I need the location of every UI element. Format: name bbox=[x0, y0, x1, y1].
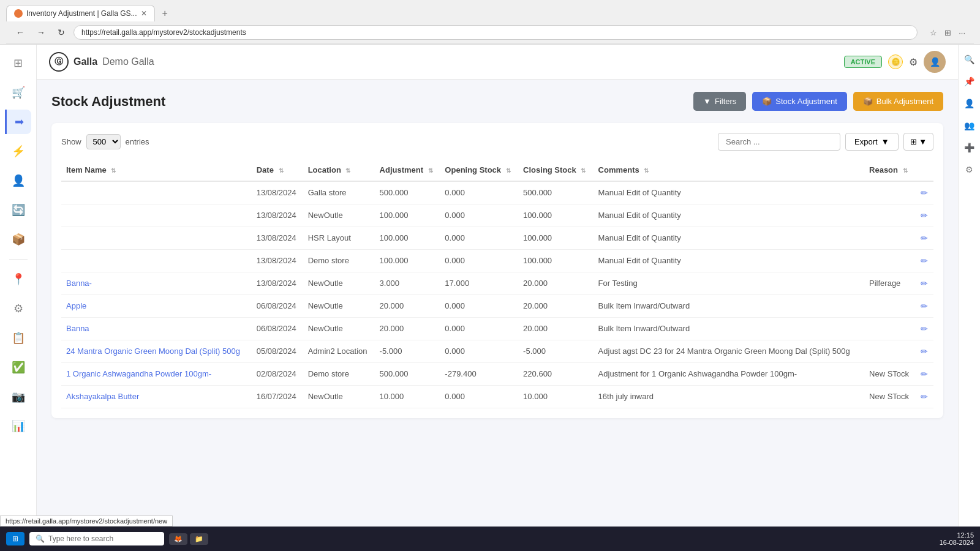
sidebar-item-orders[interactable]: 🛒 bbox=[6, 80, 31, 105]
more-button[interactable]: ··· bbox=[956, 27, 968, 39]
sidebar-item-locations[interactable]: 📍 bbox=[6, 267, 31, 291]
taskbar-search-icon: 🔍 bbox=[36, 534, 45, 543]
sidebar-item-analytics[interactable]: 📊 bbox=[6, 414, 31, 438]
sidebar-item-reports[interactable]: 📋 bbox=[6, 326, 31, 350]
table-toolbar: Show 500 100 50 25 10 entries bbox=[61, 133, 933, 151]
cell-location: Demo store bbox=[303, 363, 375, 386]
col-closing-stock[interactable]: Closing Stock ⇅ bbox=[518, 159, 594, 181]
cell-date: 06/08/2024 bbox=[252, 295, 303, 318]
edit-icon[interactable]: ✏ bbox=[921, 256, 928, 266]
col-comments[interactable]: Comments ⇅ bbox=[594, 159, 864, 181]
forward-button[interactable]: → bbox=[33, 26, 49, 39]
sort-icon-adjustment: ⇅ bbox=[428, 167, 433, 174]
taskbar-datetime: 12:15 16-08-2024 bbox=[940, 531, 974, 546]
search-input[interactable] bbox=[718, 133, 840, 151]
address-bar[interactable] bbox=[74, 25, 918, 40]
sidebar-item-stock-adjustment[interactable]: ➡ bbox=[5, 110, 31, 134]
taskbar: ⊞ 🔍 Type here to search 🦊 📁 12:15 16-08-… bbox=[0, 527, 980, 551]
edit-icon[interactable]: ✏ bbox=[921, 211, 928, 220]
sort-icon-item: ⇅ bbox=[111, 167, 116, 174]
edit-icon[interactable]: ✏ bbox=[921, 188, 928, 198]
cell-edit[interactable]: ✏ bbox=[916, 204, 933, 227]
cell-location: NewOutle bbox=[303, 204, 375, 227]
stock-table: Item Name ⇅ Date ⇅ Location ⇅ Adjustment… bbox=[61, 159, 933, 408]
cell-adjustment: 20.000 bbox=[375, 295, 440, 318]
right-panel-user[interactable]: 👤 bbox=[961, 95, 978, 112]
sidebar-item-tasks[interactable]: ✅ bbox=[6, 355, 31, 380]
extensions-button[interactable]: ⊞ bbox=[942, 27, 954, 39]
right-panel-user2[interactable]: 👥 bbox=[961, 117, 978, 134]
cell-location: NewOutle bbox=[303, 272, 375, 295]
bookmark-button[interactable]: ☆ bbox=[927, 27, 940, 39]
col-adjustment[interactable]: Adjustment ⇅ bbox=[375, 159, 440, 181]
sidebar: ⊞ 🛒 ➡ ⚡ 👤 🔄 📦 📍 ⚙ 📋 ✅ 📷 📊 bbox=[0, 45, 37, 551]
app-header: Ⓖ Galla Demo Galla ACTIVE 🪙 ⚙ 👤 bbox=[37, 45, 958, 80]
sidebar-item-camera[interactable]: 📷 bbox=[6, 384, 31, 409]
taskbar-item-browser[interactable]: 🦊 bbox=[169, 533, 187, 545]
cell-edit[interactable]: ✏ bbox=[916, 386, 933, 408]
cell-edit[interactable]: ✏ bbox=[916, 272, 933, 295]
cell-opening: 0.000 bbox=[440, 181, 518, 204]
cell-closing: 220.600 bbox=[518, 363, 594, 386]
col-date[interactable]: Date ⇅ bbox=[252, 159, 303, 181]
stock-adj-icon: 📦 bbox=[762, 97, 772, 106]
right-panel-add[interactable]: ➕ bbox=[961, 139, 978, 156]
sidebar-item-sync[interactable]: 🔄 bbox=[6, 198, 31, 222]
edit-icon[interactable]: ✏ bbox=[921, 279, 928, 288]
bulk-adjustment-button[interactable]: 📦 Bulk Adjustment bbox=[853, 92, 943, 111]
col-opening-stock[interactable]: Opening Stock ⇅ bbox=[440, 159, 518, 181]
edit-icon[interactable]: ✏ bbox=[921, 233, 928, 243]
edit-icon[interactable]: ✏ bbox=[921, 369, 928, 379]
cell-item-name bbox=[61, 250, 252, 272]
start-button[interactable]: ⊞ bbox=[6, 532, 24, 545]
right-panel: 🔍 📌 👤 👥 ➕ ⚙ bbox=[958, 45, 980, 551]
taskbar-item-file[interactable]: 📁 bbox=[190, 533, 208, 545]
cell-item-name: 24 Mantra Organic Green Moong Dal (Split… bbox=[61, 340, 252, 363]
view-toggle-button[interactable]: ⊞ ▼ bbox=[903, 133, 933, 151]
refresh-button[interactable]: ↻ bbox=[54, 26, 69, 39]
col-item-name[interactable]: Item Name ⇅ bbox=[61, 159, 252, 181]
col-reason[interactable]: Reason ⇅ bbox=[864, 159, 916, 181]
col-actions bbox=[916, 159, 933, 181]
sidebar-item-customers[interactable]: 👤 bbox=[6, 168, 31, 193]
cell-reason: Pilferage bbox=[864, 272, 916, 295]
sort-icon-date: ⇅ bbox=[279, 167, 284, 174]
cell-comments: Bulk Item Inward/Outward bbox=[594, 318, 864, 340]
cell-edit[interactable]: ✏ bbox=[916, 227, 933, 250]
export-button[interactable]: Export ▼ bbox=[845, 133, 898, 151]
cell-opening: 0.000 bbox=[440, 295, 518, 318]
filters-label: Filters bbox=[715, 97, 736, 106]
edit-icon[interactable]: ✏ bbox=[921, 392, 928, 402]
table-row: 1 Organic Ashwagandha Powder 100gm- 02/0… bbox=[61, 363, 933, 386]
stock-adjustment-button[interactable]: 📦 Stock Adjustment bbox=[752, 92, 846, 111]
cell-date: 13/08/2024 bbox=[252, 181, 303, 204]
right-panel-pin[interactable]: 📌 bbox=[961, 73, 978, 90]
page-title: Stock Adjustment bbox=[51, 94, 165, 110]
avatar[interactable]: 👤 bbox=[924, 51, 946, 73]
active-tab[interactable]: Inventory Adjustment | Galla GS... ✕ bbox=[6, 5, 155, 21]
edit-icon[interactable]: ✏ bbox=[921, 347, 928, 356]
sidebar-item-settings[interactable]: ⚙ bbox=[6, 296, 31, 321]
sidebar-item-quick-actions[interactable]: ⚡ bbox=[6, 139, 31, 163]
taskbar-search[interactable]: 🔍 Type here to search bbox=[29, 532, 164, 545]
cell-edit[interactable]: ✏ bbox=[916, 295, 933, 318]
entries-select[interactable]: 500 100 50 25 10 bbox=[86, 134, 121, 149]
cell-closing: 100.000 bbox=[518, 227, 594, 250]
sidebar-item-products[interactable]: 📦 bbox=[6, 227, 31, 252]
settings-button[interactable]: ⚙ bbox=[909, 56, 918, 68]
sidebar-item-dashboard[interactable]: ⊞ bbox=[6, 51, 31, 75]
edit-icon[interactable]: ✏ bbox=[921, 301, 928, 311]
edit-icon[interactable]: ✏ bbox=[921, 324, 928, 334]
cell-edit[interactable]: ✏ bbox=[916, 318, 933, 340]
cell-edit[interactable]: ✏ bbox=[916, 181, 933, 204]
col-location[interactable]: Location ⇅ bbox=[303, 159, 375, 181]
filters-button[interactable]: ▼ Filters bbox=[693, 92, 746, 111]
tab-close-button[interactable]: ✕ bbox=[141, 9, 147, 18]
back-button[interactable]: ← bbox=[12, 26, 28, 39]
cell-edit[interactable]: ✏ bbox=[916, 340, 933, 363]
right-panel-search[interactable]: 🔍 bbox=[961, 51, 978, 68]
right-panel-settings[interactable]: ⚙ bbox=[961, 161, 978, 178]
new-tab-button[interactable]: + bbox=[157, 6, 173, 21]
cell-edit[interactable]: ✏ bbox=[916, 363, 933, 386]
cell-edit[interactable]: ✏ bbox=[916, 250, 933, 272]
